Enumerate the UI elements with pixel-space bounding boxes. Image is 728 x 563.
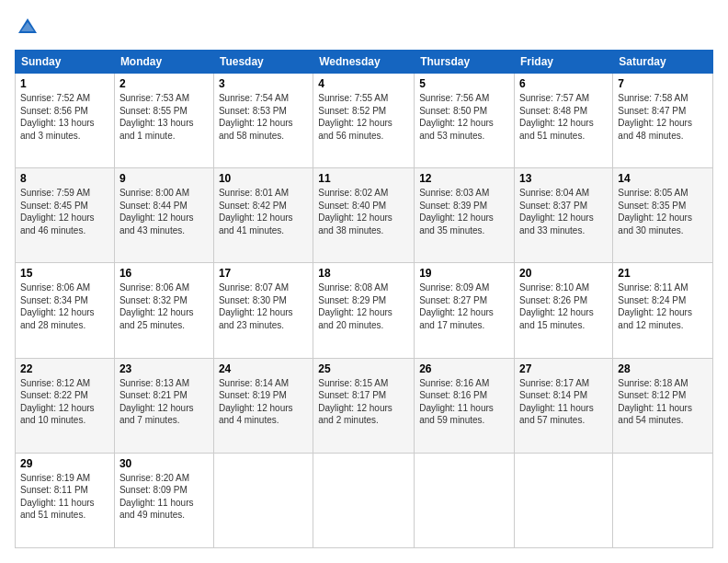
daylight-label: Daylight: 12 hours and 2 minutes.: [318, 403, 392, 426]
day-info: Sunrise: 8:08 AM Sunset: 8:29 PM Dayligh…: [318, 282, 409, 331]
day-number: 1: [20, 77, 109, 90]
sunrise-label: Sunrise: 8:06 AM: [119, 282, 189, 293]
sunrise-label: Sunrise: 8:17 AM: [519, 378, 589, 388]
calendar-cell: 12 Sunrise: 8:03 AM Sunset: 8:39 PM Dayl…: [415, 168, 515, 263]
sunset-label: Sunset: 8:21 PM: [119, 390, 188, 400]
calendar-cell: 8 Sunrise: 7:59 AM Sunset: 8:45 PM Dayli…: [16, 168, 115, 263]
day-number: 15: [20, 267, 109, 280]
day-number: 18: [318, 267, 409, 280]
header: [15, 15, 713, 40]
daylight-label: Daylight: 12 hours and 17 minutes.: [419, 307, 494, 330]
sunrise-label: Sunrise: 7:59 AM: [20, 188, 90, 198]
sunrise-label: Sunrise: 7:52 AM: [20, 93, 90, 103]
calendar-cell: 25 Sunrise: 8:15 AM Sunset: 8:17 PM Dayl…: [313, 358, 415, 453]
calendar-cell: 5 Sunrise: 7:56 AM Sunset: 8:50 PM Dayli…: [415, 74, 515, 168]
calendar-week-row: 29 Sunrise: 8:19 AM Sunset: 8:11 PM Dayl…: [16, 453, 713, 547]
day-number: 13: [519, 172, 608, 185]
daylight-label: Daylight: 12 hours and 43 minutes.: [119, 213, 194, 236]
day-info: Sunrise: 8:05 AM Sunset: 8:35 PM Dayligh…: [618, 187, 708, 236]
sunset-label: Sunset: 8:42 PM: [219, 201, 287, 211]
day-info: Sunrise: 7:54 AM Sunset: 8:53 PM Dayligh…: [219, 92, 308, 142]
sunset-label: Sunset: 8:26 PM: [519, 295, 587, 305]
daylight-label: Daylight: 12 hours and 56 minutes.: [318, 118, 392, 141]
day-info: Sunrise: 8:16 AM Sunset: 8:16 PM Dayligh…: [419, 377, 509, 427]
daylight-label: Daylight: 12 hours and 35 minutes.: [419, 213, 494, 236]
calendar-cell: 15 Sunrise: 8:06 AM Sunset: 8:34 PM Dayl…: [16, 263, 115, 358]
sunset-label: Sunset: 8:48 PM: [519, 106, 587, 116]
daylight-label: Daylight: 11 hours and 54 minutes.: [618, 403, 692, 426]
sunset-label: Sunset: 8:35 PM: [618, 201, 686, 211]
day-info: Sunrise: 8:15 AM Sunset: 8:17 PM Dayligh…: [318, 377, 409, 427]
sunrise-label: Sunrise: 8:02 AM: [318, 188, 388, 198]
day-info: Sunrise: 8:02 AM Sunset: 8:40 PM Dayligh…: [318, 187, 409, 236]
calendar-cell: 26 Sunrise: 8:16 AM Sunset: 8:16 PM Dayl…: [415, 358, 515, 453]
daylight-label: Daylight: 12 hours and 30 minutes.: [618, 213, 692, 236]
calendar-table: Sunday Monday Tuesday Wednesday Thursday…: [15, 50, 713, 548]
calendar-cell: 2 Sunrise: 7:53 AM Sunset: 8:55 PM Dayli…: [114, 74, 213, 168]
day-info: Sunrise: 8:11 AM Sunset: 8:24 PM Dayligh…: [618, 282, 708, 331]
day-number: 2: [119, 77, 209, 90]
calendar-cell: 11 Sunrise: 8:02 AM Sunset: 8:40 PM Dayl…: [313, 168, 415, 263]
col-wednesday: Wednesday: [313, 51, 415, 74]
day-number: 17: [219, 267, 308, 280]
day-number: 8: [20, 172, 109, 185]
daylight-label: Daylight: 12 hours and 46 minutes.: [20, 213, 95, 236]
day-number: 23: [119, 362, 209, 375]
day-info: Sunrise: 7:53 AM Sunset: 8:55 PM Dayligh…: [119, 92, 209, 142]
calendar-cell: [313, 453, 415, 547]
calendar-cell: 1 Sunrise: 7:52 AM Sunset: 8:56 PM Dayli…: [16, 74, 115, 168]
day-number: 10: [219, 172, 308, 185]
calendar-cell: 29 Sunrise: 8:19 AM Sunset: 8:11 PM Dayl…: [16, 453, 115, 547]
day-number: 6: [519, 77, 608, 90]
daylight-label: Daylight: 11 hours and 49 minutes.: [119, 498, 194, 521]
sunset-label: Sunset: 8:56 PM: [20, 106, 88, 116]
day-info: Sunrise: 8:18 AM Sunset: 8:12 PM Dayligh…: [618, 377, 708, 427]
sunrise-label: Sunrise: 7:57 AM: [519, 93, 589, 103]
calendar-cell: 4 Sunrise: 7:55 AM Sunset: 8:52 PM Dayli…: [313, 74, 415, 168]
logo-icon: [15, 15, 40, 40]
day-number: 19: [419, 267, 509, 280]
daylight-label: Daylight: 12 hours and 41 minutes.: [219, 213, 293, 236]
day-info: Sunrise: 8:20 AM Sunset: 8:09 PM Dayligh…: [119, 472, 209, 522]
col-tuesday: Tuesday: [213, 51, 313, 74]
calendar-cell: 19 Sunrise: 8:09 AM Sunset: 8:27 PM Dayl…: [415, 263, 515, 358]
calendar-cell: 7 Sunrise: 7:58 AM Sunset: 8:47 PM Dayli…: [613, 74, 713, 168]
sunset-label: Sunset: 8:09 PM: [119, 485, 188, 495]
day-number: 20: [519, 267, 608, 280]
day-info: Sunrise: 8:10 AM Sunset: 8:26 PM Dayligh…: [519, 282, 608, 331]
sunset-label: Sunset: 8:16 PM: [419, 390, 487, 400]
calendar-cell: [515, 453, 613, 547]
sunset-label: Sunset: 8:24 PM: [618, 295, 686, 305]
day-number: 5: [419, 77, 509, 90]
day-number: 3: [219, 77, 308, 90]
calendar-cell: 10 Sunrise: 8:01 AM Sunset: 8:42 PM Dayl…: [213, 168, 313, 263]
daylight-label: Daylight: 12 hours and 15 minutes.: [519, 307, 594, 330]
sunset-label: Sunset: 8:29 PM: [318, 295, 386, 305]
sunrise-label: Sunrise: 7:58 AM: [618, 93, 688, 103]
sunrise-label: Sunrise: 8:09 AM: [419, 282, 489, 293]
sunset-label: Sunset: 8:34 PM: [20, 295, 88, 305]
sunrise-label: Sunrise: 8:16 AM: [419, 378, 489, 388]
sunrise-label: Sunrise: 8:19 AM: [20, 473, 90, 483]
calendar-cell: 22 Sunrise: 8:12 AM Sunset: 8:22 PM Dayl…: [16, 358, 115, 453]
day-info: Sunrise: 7:56 AM Sunset: 8:50 PM Dayligh…: [419, 92, 509, 142]
day-info: Sunrise: 8:07 AM Sunset: 8:30 PM Dayligh…: [219, 282, 308, 331]
calendar-cell: 13 Sunrise: 8:04 AM Sunset: 8:37 PM Dayl…: [515, 168, 613, 263]
daylight-label: Daylight: 12 hours and 20 minutes.: [318, 307, 392, 330]
day-info: Sunrise: 7:52 AM Sunset: 8:56 PM Dayligh…: [20, 92, 109, 142]
day-info: Sunrise: 7:55 AM Sunset: 8:52 PM Dayligh…: [318, 92, 409, 142]
sunrise-label: Sunrise: 8:05 AM: [618, 188, 688, 198]
sunset-label: Sunset: 8:53 PM: [219, 106, 287, 116]
daylight-label: Daylight: 12 hours and 7 minutes.: [119, 403, 194, 426]
sunrise-label: Sunrise: 7:56 AM: [419, 93, 489, 103]
daylight-label: Daylight: 12 hours and 28 minutes.: [20, 307, 95, 330]
sunset-label: Sunset: 8:45 PM: [20, 201, 88, 211]
day-info: Sunrise: 8:03 AM Sunset: 8:39 PM Dayligh…: [419, 187, 509, 236]
calendar-cell: 24 Sunrise: 8:14 AM Sunset: 8:19 PM Dayl…: [213, 358, 313, 453]
calendar-cell: 20 Sunrise: 8:10 AM Sunset: 8:26 PM Dayl…: [515, 263, 613, 358]
daylight-label: Daylight: 12 hours and 58 minutes.: [219, 118, 293, 141]
day-number: 16: [119, 267, 209, 280]
daylight-label: Daylight: 12 hours and 23 minutes.: [219, 307, 293, 330]
sunset-label: Sunset: 8:30 PM: [219, 295, 287, 305]
calendar-cell: 3 Sunrise: 7:54 AM Sunset: 8:53 PM Dayli…: [213, 74, 313, 168]
